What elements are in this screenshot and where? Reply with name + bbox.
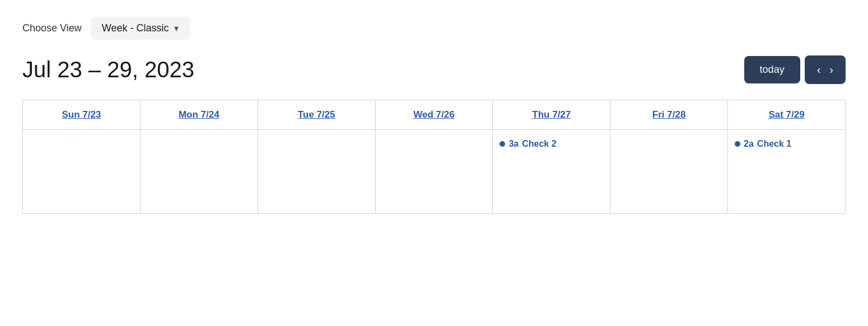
top-bar: Choose View Week - Classic ▾ [22,17,846,40]
nav-buttons: today ‹ › [744,55,846,84]
day-header-2023-07-25[interactable]: Tue 7/25 [298,109,335,120]
event-item[interactable]: 3a Check 2 [500,139,603,149]
day-cell-2023-07-25 [258,130,375,214]
view-select-dropdown[interactable]: Week - Classic ▾ [91,17,190,40]
day-header-2023-07-27[interactable]: Thu 7/27 [532,109,571,120]
day-header-2023-07-28[interactable]: Fri 7/28 [652,109,686,120]
column-header-2023-07-28: Fri 7/28 [610,100,728,130]
choose-view-label: Choose View [22,22,82,34]
day-header-2023-07-29[interactable]: Sat 7/29 [768,109,804,120]
day-header-2023-07-23[interactable]: Sun 7/23 [62,109,101,120]
calendar-week-row: 3a Check 22a Check 1 [23,130,846,214]
event-item[interactable]: 2a Check 1 [735,139,838,149]
event-dot-icon [500,141,505,147]
today-button[interactable]: today [744,56,800,83]
calendar-body: 3a Check 22a Check 1 [23,130,846,214]
day-cell-2023-07-27: 3a Check 2 [493,130,610,214]
column-header-2023-07-26: Wed 7/26 [375,100,493,130]
calendar-header: Jul 23 – 29, 2023 today ‹ › [22,55,846,84]
prev-next-button[interactable]: ‹ › [805,55,846,84]
prev-icon: ‹ [817,63,821,76]
column-header-2023-07-23: Sun 7/23 [23,100,141,130]
chevron-down-icon: ▾ [174,23,179,34]
event-title: Check 2 [522,139,556,149]
day-header-2023-07-24[interactable]: Mon 7/24 [179,109,220,120]
column-header-2023-07-29: Sat 7/29 [728,100,846,130]
calendar-day-headers: Sun 7/23Mon 7/24Tue 7/25Wed 7/26Thu 7/27… [23,100,846,130]
event-title: Check 1 [757,139,791,149]
event-time: 2a [744,139,754,149]
column-header-2023-07-27: Thu 7/27 [493,100,610,130]
view-select-value: Week - Classic [102,22,169,34]
day-cell-2023-07-28 [610,130,728,214]
column-header-2023-07-24: Mon 7/24 [140,100,258,130]
column-header-2023-07-25: Tue 7/25 [258,100,375,130]
event-time: 3a [508,139,519,149]
next-icon: › [829,63,833,76]
calendar-table: Sun 7/23Mon 7/24Tue 7/25Wed 7/26Thu 7/27… [22,100,846,214]
day-cell-2023-07-23 [23,130,141,214]
event-dot-icon [735,141,740,147]
day-cell-2023-07-26 [375,130,493,214]
day-header-2023-07-26[interactable]: Wed 7/26 [413,109,454,120]
date-range-title: Jul 23 – 29, 2023 [22,57,194,82]
calendar-header-row: Sun 7/23Mon 7/24Tue 7/25Wed 7/26Thu 7/27… [23,100,846,130]
day-cell-2023-07-29: 2a Check 1 [728,130,846,214]
day-cell-2023-07-24 [140,130,258,214]
